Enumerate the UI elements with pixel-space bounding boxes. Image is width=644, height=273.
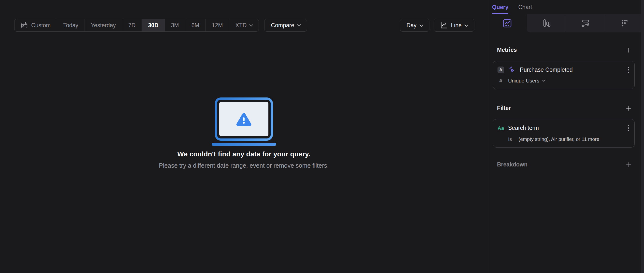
filter-condition[interactable]: Is (empty string), Air purifier, or 11 m… (498, 136, 630, 142)
filter-property-name[interactable]: Search term (508, 125, 539, 131)
kebab-menu-icon[interactable] (627, 124, 630, 132)
filter-heading-label: Filter (497, 105, 511, 111)
metric-event-name[interactable]: Purchase Completed (520, 66, 573, 73)
empty-state: We couldn't find any data for your query… (0, 97, 488, 169)
date-range-today[interactable]: Today (57, 19, 84, 31)
scrollbar[interactable] (641, 0, 644, 273)
query-builder-content: Metrics A Purchase Comple (488, 47, 644, 168)
chart-type-dropdown[interactable]: Line (434, 19, 474, 32)
filter-card[interactable]: Aa Search term Is (empty string), Air pu… (493, 119, 635, 148)
chevron-down-icon (419, 22, 423, 26)
chevron-down-icon (249, 22, 253, 26)
tab-chart[interactable]: Chart (518, 4, 532, 14)
metrics-section-heading: Metrics (493, 47, 635, 53)
chevron-down-icon (297, 22, 301, 26)
report-tab-insights[interactable] (488, 14, 527, 32)
breakdown-section-heading: Breakdown (493, 161, 635, 168)
add-filter-button[interactable] (626, 105, 632, 111)
empty-state-subtitle: Please try a different date range, event… (159, 162, 329, 169)
query-builder-panel: Query Chart (488, 0, 644, 273)
add-breakdown-button[interactable] (626, 162, 632, 168)
metrics-heading-label: Metrics (497, 47, 517, 53)
kebab-menu-icon[interactable] (627, 66, 630, 74)
retention-icon (620, 18, 630, 28)
warning-triangle-icon (236, 112, 252, 126)
chevron-down-icon (542, 79, 546, 82)
add-metric-button[interactable] (626, 47, 632, 53)
event-cursor-icon (508, 66, 516, 74)
report-type-tabs (488, 14, 644, 32)
metric-card[interactable]: A Purchase Completed # Unique Users (493, 61, 635, 89)
plus-icon (626, 105, 632, 111)
date-range-30d[interactable]: 30D (142, 19, 165, 31)
filter-section-heading: Filter (493, 105, 635, 111)
line-chart-icon (440, 21, 448, 29)
string-property-icon: Aa (498, 125, 504, 131)
date-range-3m[interactable]: 3M (165, 19, 185, 31)
metric-letter-badge: A (498, 66, 504, 73)
chart-toolbar: Custom Today Yesterday 7D 30D 3M 6M 12M … (14, 19, 474, 32)
granularity-dropdown[interactable]: Day (400, 19, 430, 32)
funnels-icon (541, 18, 551, 28)
empty-state-title: We couldn't find any data for your query… (178, 150, 310, 158)
flows-icon (580, 18, 591, 28)
chart-display-controls: Day Line (400, 19, 474, 32)
breakdown-heading-label: Breakdown (497, 161, 528, 168)
compare-button[interactable]: Compare (264, 19, 307, 32)
plus-icon (626, 47, 632, 53)
date-range-label: Custom (31, 22, 51, 29)
aggregation-label: Unique Users (508, 78, 539, 84)
date-range-6m[interactable]: 6M (185, 19, 206, 31)
panel-tabs: Query Chart (488, 0, 644, 14)
chart-canvas: Custom Today Yesterday 7D 30D 3M 6M 12M … (0, 0, 488, 273)
insights-report-page: Custom Today Yesterday 7D 30D 3M 6M 12M … (0, 0, 644, 273)
date-range-12m[interactable]: 12M (206, 19, 229, 31)
metric-aggregation-selector[interactable]: # Unique Users (498, 78, 630, 84)
chevron-down-icon (464, 22, 468, 26)
date-range-yesterday[interactable]: Yesterday (85, 19, 122, 31)
date-range-7d[interactable]: 7D (122, 19, 142, 31)
date-range-control: Custom Today Yesterday 7D 30D 3M 6M 12M … (14, 19, 259, 32)
report-tab-funnels[interactable] (527, 14, 566, 32)
filter-values: (empty string), Air purifier, or 11 more (519, 136, 600, 142)
filter-operator: Is (508, 136, 512, 142)
date-range-xtd[interactable]: XTD (229, 19, 258, 31)
plus-icon (626, 162, 632, 168)
date-range-custom[interactable]: Custom (14, 19, 57, 31)
tab-query[interactable]: Query (492, 4, 508, 14)
calendar-icon (21, 21, 28, 29)
aggregation-symbol: # (498, 78, 504, 84)
monitor-warning-icon (215, 97, 273, 141)
report-tab-retention[interactable] (605, 14, 644, 32)
report-tab-flows[interactable] (566, 14, 605, 32)
insights-icon (502, 18, 512, 28)
monitor-base (212, 143, 276, 146)
